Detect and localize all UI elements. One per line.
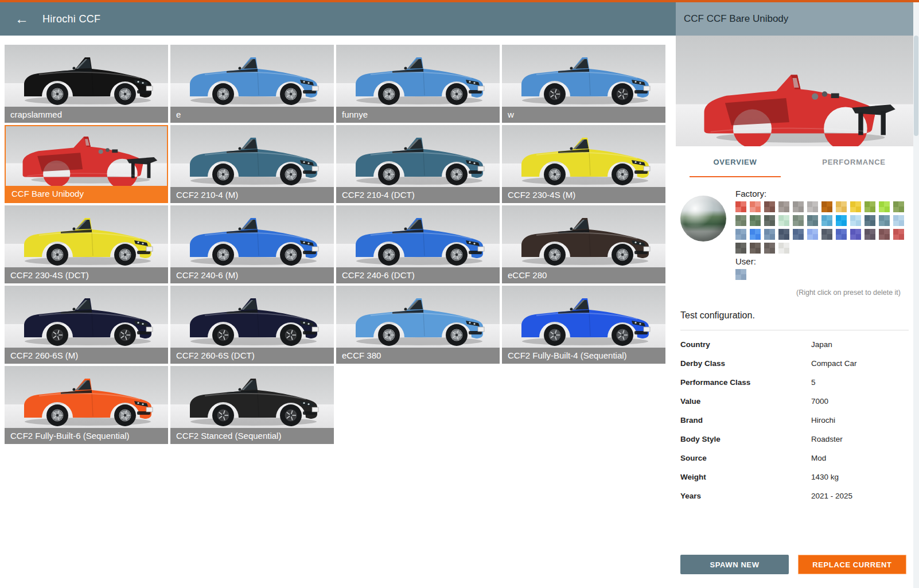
vehicle-config-label: crapslammed <box>5 107 168 123</box>
vehicle-config-cell[interactable]: CCF2 260-6S (M) <box>5 286 168 364</box>
vehicle-config-label: CCF2 260-6S (DCT) <box>170 348 334 364</box>
color-swatch[interactable] <box>735 215 746 226</box>
detail-label: Brand <box>680 416 811 425</box>
color-swatch[interactable] <box>764 229 775 240</box>
replace-current-button[interactable]: REPLACE CURRENT <box>798 555 906 574</box>
back-arrow-icon[interactable]: ← <box>15 12 29 26</box>
vehicle-preview-image <box>676 36 913 146</box>
color-swatch[interactable] <box>821 201 832 212</box>
color-swatch[interactable] <box>735 269 746 280</box>
swatch-row <box>735 269 904 280</box>
detail-label: Performance Class <box>680 378 811 387</box>
paint-section: Factory: User: <box>680 189 913 283</box>
panel-scrollbar-thumb[interactable] <box>914 36 918 136</box>
vehicle-details-table: CountryJapanDerby ClassCompact CarPerfor… <box>680 330 909 505</box>
detail-panel: CCF CCF Bare Unibody OVERVIEWPERFORMANCE… <box>676 2 919 588</box>
color-swatch[interactable] <box>821 229 832 240</box>
vehicle-config-cell[interactable]: CCF2 260-6S (DCT) <box>170 286 334 364</box>
vehicle-config-cell[interactable]: CCF2 240-6 (M) <box>170 205 334 283</box>
color-swatch[interactable] <box>836 201 847 212</box>
color-swatch[interactable] <box>750 229 761 240</box>
vehicle-config-cell[interactable]: CCF2 210-4 (M) <box>170 125 334 203</box>
color-swatch[interactable] <box>778 201 789 212</box>
color-swatch[interactable] <box>750 215 761 226</box>
color-swatch[interactable] <box>836 215 847 226</box>
color-swatch[interactable] <box>735 229 746 240</box>
vehicle-config-cell[interactable]: w <box>502 45 665 123</box>
config-list-pane: ← Hirochi CCF crapslammed <box>0 2 676 588</box>
detail-label: Source <box>680 454 811 462</box>
color-swatch[interactable] <box>778 229 789 240</box>
vehicle-config-cell[interactable]: CCF2 240-6 (DCT) <box>336 205 500 283</box>
color-swatch[interactable] <box>750 243 761 254</box>
factory-label: Factory: <box>735 189 904 198</box>
color-swatch[interactable] <box>735 243 746 254</box>
vehicle-config-label: CCF2 210-4 (M) <box>170 187 334 203</box>
detail-value: Roadster <box>811 435 909 443</box>
color-swatch[interactable] <box>893 229 904 240</box>
user-swatches <box>735 269 904 280</box>
vehicle-config-cell[interactable]: CCF2 Stanced (Sequential) <box>170 366 334 444</box>
detail-label: Years <box>680 492 811 500</box>
color-swatch[interactable] <box>865 215 875 226</box>
config-grid: crapslammed e funnye <box>5 45 676 444</box>
vehicle-config-cell[interactable]: funnye <box>336 45 500 123</box>
color-swatch[interactable] <box>850 229 861 240</box>
color-swatch[interactable] <box>764 215 775 226</box>
vehicle-config-cell[interactable]: eCCF 380 <box>336 286 500 364</box>
detail-value: 5 <box>811 378 909 387</box>
detail-row: Value7000 <box>680 392 909 411</box>
color-swatch[interactable] <box>778 243 789 254</box>
spawn-new-button[interactable]: SPAWN NEW <box>680 555 789 574</box>
color-swatch[interactable] <box>764 243 775 254</box>
color-swatch[interactable] <box>850 215 861 226</box>
color-swatch[interactable] <box>865 229 875 240</box>
vehicle-config-cell[interactable]: CCF2 210-4 (DCT) <box>336 125 500 203</box>
color-swatch[interactable] <box>836 229 847 240</box>
color-swatch[interactable] <box>865 201 875 212</box>
vehicle-config-cell[interactable]: CCF2 230-4S (DCT) <box>5 205 168 283</box>
color-swatch[interactable] <box>793 201 804 212</box>
panel-scrollbar[interactable] <box>913 2 919 588</box>
vehicle-config-label: CCF2 240-6 (DCT) <box>336 267 500 283</box>
vehicle-config-cell[interactable]: eCCF 280 <box>502 205 665 283</box>
vehicle-config-cell[interactable]: CCF Bare Unibody <box>5 125 168 203</box>
selected-config-title: CCF CCF Bare Unibody <box>684 13 788 25</box>
color-swatch[interactable] <box>821 215 832 226</box>
detail-value: 2021 - 2025 <box>811 492 909 500</box>
color-swatch[interactable] <box>850 201 861 212</box>
color-swatch[interactable] <box>893 201 904 212</box>
color-swatch[interactable] <box>750 201 761 212</box>
color-swatch[interactable] <box>778 215 789 226</box>
preset-hint-text: (Right click on preset to delete it) <box>676 289 901 297</box>
color-swatch[interactable] <box>793 229 804 240</box>
color-swatch[interactable] <box>879 215 890 226</box>
swatch-row <box>735 229 904 240</box>
vehicle-config-cell[interactable]: CCF2 Fully-Built-6 (Sequential) <box>5 366 168 444</box>
color-swatch[interactable] <box>735 201 746 212</box>
color-swatch[interactable] <box>893 215 904 226</box>
vehicle-config-cell[interactable]: crapslammed <box>5 45 168 123</box>
vehicle-config-cell[interactable]: CCF2 230-4S (M) <box>502 125 665 203</box>
detail-label: Weight <box>680 473 811 481</box>
detail-row: SourceMod <box>680 449 909 468</box>
detail-row: Performance Class5 <box>680 373 909 392</box>
color-swatch[interactable] <box>879 201 890 212</box>
color-swatch[interactable] <box>807 215 818 226</box>
color-swatch[interactable] <box>764 201 775 212</box>
vehicle-config-cell[interactable]: e <box>170 45 334 123</box>
vehicle-config-cell[interactable]: CCF2 Fully-Built-4 (Sequential) <box>502 286 665 364</box>
color-swatch[interactable] <box>807 201 818 212</box>
vehicle-config-label: CCF2 210-4 (DCT) <box>336 187 500 203</box>
color-swatch[interactable] <box>879 229 890 240</box>
swatch-row <box>735 243 904 254</box>
color-swatch[interactable] <box>807 229 818 240</box>
detail-value: 1430 kg <box>811 473 909 481</box>
vehicle-config-label: CCF2 230-4S (DCT) <box>5 267 168 283</box>
swatch-row <box>735 201 904 212</box>
detail-value: Hirochi <box>811 416 909 425</box>
tab-overview[interactable]: OVERVIEW <box>676 146 795 177</box>
detail-value: Compact Car <box>811 359 909 368</box>
tab-performance[interactable]: PERFORMANCE <box>795 146 913 177</box>
color-swatch[interactable] <box>793 215 804 226</box>
